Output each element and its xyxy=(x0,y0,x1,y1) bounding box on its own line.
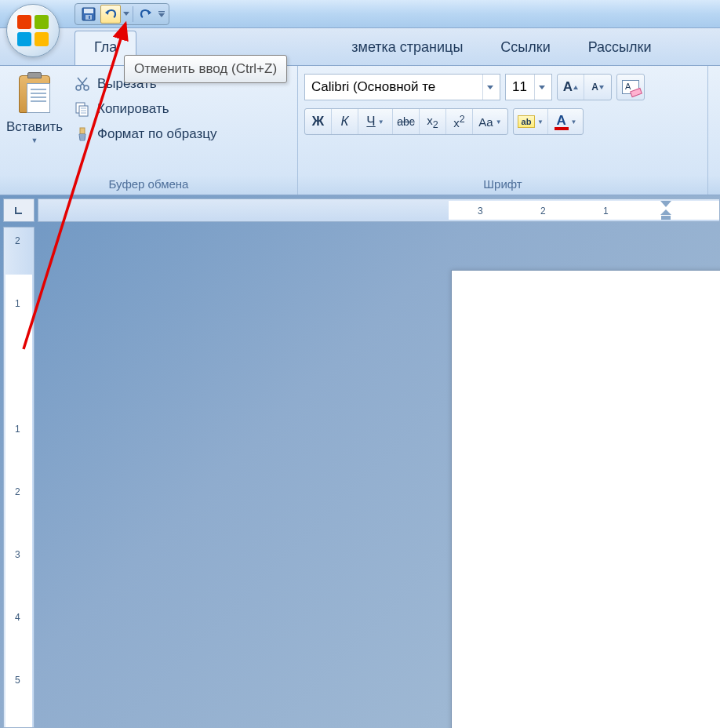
copy-label: Копировать xyxy=(97,101,169,117)
vertical-ruler[interactable]: 2 1 1 2 3 4 5 xyxy=(3,227,35,728)
font-color-button[interactable]: A ▼ xyxy=(548,109,583,134)
group-font: Calibri (Основной те 11 A xyxy=(298,66,708,195)
shrink-font-icon: A xyxy=(591,82,598,93)
superscript-button[interactable]: x2 xyxy=(446,109,473,134)
clear-formatting-button[interactable] xyxy=(617,75,644,100)
svg-rect-14 xyxy=(80,128,85,134)
font-color-icon: A xyxy=(555,114,569,130)
document-workspace: 3 2 1 2 1 1 2 3 4 5 xyxy=(0,195,720,728)
ruler-number: 5 xyxy=(15,675,20,686)
paste-label: Вставить xyxy=(6,119,63,135)
chevron-down-icon: ▼ xyxy=(31,136,38,144)
ruler-number: 3 xyxy=(15,549,20,560)
font-size-combo[interactable]: 11 xyxy=(505,74,552,100)
font-group-label: Шрифт xyxy=(298,175,707,195)
change-case-button[interactable]: Aa ▼ xyxy=(473,109,507,134)
tab-references[interactable]: Ссылки xyxy=(482,31,569,65)
office-logo-icon xyxy=(17,15,49,46)
ruler-number: 2 xyxy=(15,486,20,497)
hanging-indent-marker[interactable] xyxy=(660,210,671,220)
subscript-button[interactable]: x2 xyxy=(420,109,446,134)
tab-mailings[interactable]: Рассылки xyxy=(569,31,671,65)
color-box: ab ▼ A ▼ xyxy=(513,108,584,135)
ruler-number: 2 xyxy=(15,235,20,246)
ruler-number: 2 xyxy=(540,206,546,217)
qat-customize-dropdown[interactable] xyxy=(157,5,166,24)
first-line-indent-marker[interactable] xyxy=(660,201,671,209)
chevron-down-icon xyxy=(158,11,165,17)
grow-shrink-box: A A xyxy=(557,74,612,100)
highlight-button[interactable]: ab ▼ xyxy=(514,109,548,134)
chevron-down-icon xyxy=(123,12,129,16)
separator xyxy=(133,6,133,22)
bold-button[interactable]: Ж xyxy=(305,109,332,134)
strike-icon: abc xyxy=(397,115,415,128)
ruler-number: 1 xyxy=(15,424,20,435)
save-button[interactable] xyxy=(78,5,99,24)
svg-rect-4 xyxy=(158,11,165,13)
underline-button[interactable]: Ч ▼ xyxy=(358,109,393,134)
clipboard-group-label: Буфер обмена xyxy=(0,175,297,195)
format-painter-button[interactable]: Формат по образцу xyxy=(74,126,216,143)
ruler-number: 3 xyxy=(478,206,483,217)
redo-button[interactable] xyxy=(136,5,156,24)
grow-font-icon: A xyxy=(563,79,573,95)
ruler-number: 4 xyxy=(15,612,20,623)
font-style-box: Ж К Ч ▼ abc x2 x2 xyxy=(304,108,508,135)
undo-dropdown[interactable] xyxy=(122,5,131,24)
undo-button[interactable] xyxy=(100,5,121,24)
tab-page-layout[interactable]: зметка страницы xyxy=(333,31,482,65)
tab-selector-icon xyxy=(14,206,24,215)
scissors-icon xyxy=(74,75,91,93)
strikethrough-button[interactable]: abc xyxy=(393,109,420,134)
group-clipboard: Вставить ▼ Вырезать xyxy=(0,66,298,195)
ruler-number: 1 xyxy=(15,298,20,309)
format-painter-label: Формат по образцу xyxy=(97,126,216,142)
chevron-down-icon xyxy=(482,75,496,100)
brush-icon xyxy=(74,126,91,143)
ruler-corner[interactable] xyxy=(3,198,35,222)
chevron-down-icon xyxy=(534,75,548,100)
chevron-down-icon: ▼ xyxy=(571,118,577,126)
font-name-combo[interactable]: Calibri (Основной те xyxy=(304,74,500,100)
paste-icon xyxy=(16,74,53,115)
superscript-icon: x2 xyxy=(453,114,464,129)
chevron-down-icon: ▼ xyxy=(496,118,502,126)
paste-button[interactable]: Вставить ▼ xyxy=(6,71,63,147)
quick-access-toolbar xyxy=(75,3,169,25)
redo-icon xyxy=(139,7,153,21)
ribbon-tabs: Гла зметка страницы Ссылки Рассылки xyxy=(0,28,720,66)
down-caret-icon xyxy=(599,86,604,89)
save-icon xyxy=(82,7,96,21)
grow-font-button[interactable]: A xyxy=(558,75,584,100)
highlight-icon: ab xyxy=(518,115,535,128)
svg-rect-3 xyxy=(89,16,90,19)
chevron-down-icon: ▼ xyxy=(537,118,544,126)
subscript-icon: x2 xyxy=(427,114,438,130)
horizontal-ruler[interactable]: 3 2 1 xyxy=(38,198,720,222)
svg-rect-1 xyxy=(84,9,93,13)
underline-icon: Ч xyxy=(366,114,375,129)
shrink-font-button[interactable]: A xyxy=(584,75,611,100)
titlebar xyxy=(0,0,720,28)
office-button[interactable] xyxy=(6,4,60,57)
italic-button[interactable]: К xyxy=(332,109,358,134)
copy-icon xyxy=(74,100,91,118)
document-page[interactable] xyxy=(451,270,720,728)
ruler-number: 1 xyxy=(603,206,609,217)
chevron-down-icon: ▼ xyxy=(378,118,384,126)
up-caret-icon xyxy=(573,86,578,89)
clear-format-box xyxy=(616,74,645,100)
font-name-value: Calibri (Основной те xyxy=(311,79,482,95)
eraser-icon xyxy=(622,80,639,94)
undo-icon xyxy=(104,7,118,21)
undo-tooltip: Отменить ввод (Ctrl+Z) xyxy=(124,55,287,83)
font-size-value: 11 xyxy=(512,79,534,95)
copy-button[interactable]: Копировать xyxy=(74,100,216,118)
ribbon: Вставить ▼ Вырезать xyxy=(0,66,720,195)
changecase-icon: Aa xyxy=(478,115,493,129)
